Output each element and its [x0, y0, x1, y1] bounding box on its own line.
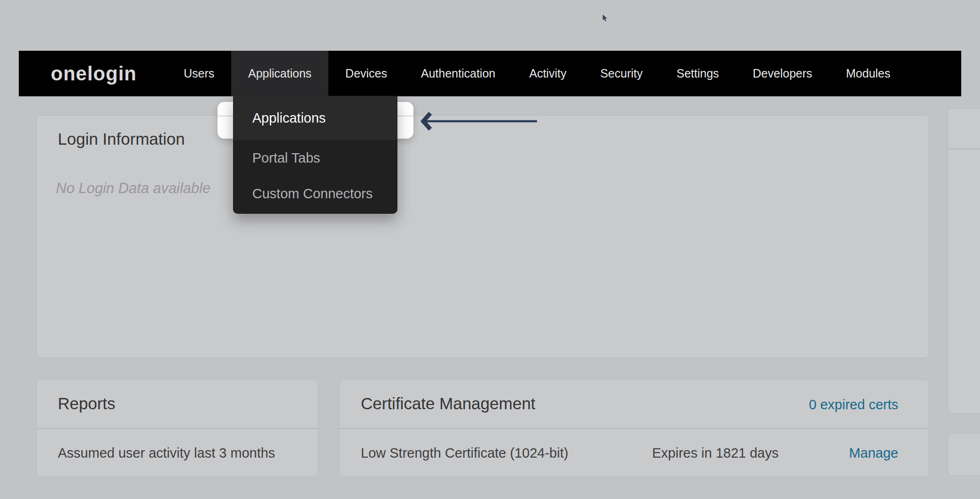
nav-items: Users Applications Devices Authenticatio… [167, 51, 907, 96]
nav-item-applications[interactable]: Applications [231, 51, 328, 96]
certificate-management-title: Certificate Management [361, 394, 536, 413]
nav-item-activity[interactable]: Activity [512, 51, 583, 96]
menu-item-applications[interactable]: Applications [233, 96, 397, 140]
report-list-item[interactable]: Assumed user activity last 3 months [58, 444, 275, 461]
left-arrow-icon [416, 107, 543, 136]
reports-header: Reports [37, 380, 318, 429]
login-information-panel: Login Information No Login Data availabl… [36, 115, 929, 358]
reports-title: Reports [58, 394, 116, 413]
nav-item-users[interactable]: Users [167, 51, 231, 96]
menu-item-portal-tabs[interactable]: Portal Tabs [233, 140, 397, 176]
mouse-cursor-icon [602, 15, 608, 23]
nav-item-security[interactable]: Security [583, 51, 660, 96]
reports-panel: Reports Assumed user activity last 3 mon… [36, 379, 319, 477]
nav-item-devices[interactable]: Devices [328, 51, 404, 96]
certificate-management-header: Certificate Management 0 expired certs [340, 380, 928, 429]
clipped-right-panel-top [948, 108, 980, 413]
applications-dropdown-menu: Applications Portal Tabs Custom Connecto… [233, 96, 397, 214]
certificate-name: Low Strength Certificate (1024-bit) [361, 444, 568, 461]
expired-certs-link[interactable]: 0 expired certs [809, 395, 898, 414]
nav-item-developers[interactable]: Developers [736, 51, 829, 96]
onelogin-logo: onelogin [51, 62, 137, 85]
top-navbar: onelogin Users Applications Devices Auth… [19, 51, 961, 96]
manage-link[interactable]: Manage [849, 444, 898, 461]
no-login-data-message: No Login Data available [56, 179, 210, 197]
menu-item-custom-connectors[interactable]: Custom Connectors [233, 176, 397, 211]
nav-item-authentication[interactable]: Authentication [404, 51, 512, 96]
login-information-title: Login Information [58, 129, 185, 149]
clipped-right-panel-bottom [948, 433, 980, 476]
certificate-expiry: Expires in 1821 days [652, 444, 778, 461]
clipped-panel-divider [948, 148, 980, 149]
certificate-management-panel: Certificate Management 0 expired certs L… [339, 379, 929, 477]
nav-item-settings[interactable]: Settings [660, 51, 736, 96]
nav-item-modules[interactable]: Modules [829, 51, 908, 96]
